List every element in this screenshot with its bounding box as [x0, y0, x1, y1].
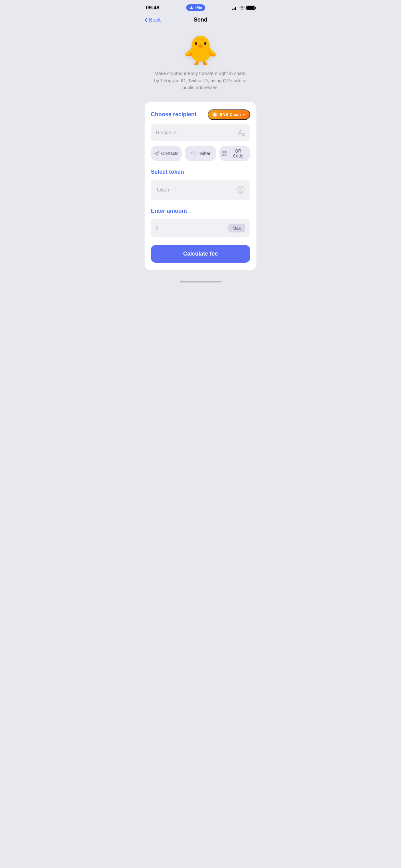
search-contact-icon [238, 129, 245, 136]
back-chevron-icon [144, 18, 148, 23]
amount-value: 0 [156, 225, 159, 231]
recipient-input-field[interactable]: Recipient [151, 124, 250, 141]
enter-amount-title: Enter amount [151, 208, 250, 214]
choose-recipient-title: Choose recipient [151, 111, 196, 118]
svg-rect-7 [226, 152, 226, 152]
recipient-placeholder: Recipient [156, 130, 177, 135]
svg-marker-0 [190, 6, 193, 9]
chain-selector-button[interactable]: BNB Chain [208, 110, 250, 120]
signal-icon [232, 6, 238, 10]
max-button[interactable]: Max [228, 224, 245, 232]
duck-description: Make cryptocurrency transfers right in c… [154, 70, 247, 91]
ime-badge-text: iMe [195, 5, 202, 10]
contacts-button[interactable]: Contacts [151, 146, 182, 161]
back-label: Back [149, 17, 161, 23]
status-time: 09:48 [146, 5, 159, 11]
qr-code-button[interactable]: QR Code [219, 146, 250, 161]
duck-section: 🐥 Make cryptocurrency transfers right in… [144, 30, 257, 101]
twitter-label: Twitter [197, 151, 210, 156]
amount-field[interactable]: 0 Max [151, 219, 250, 238]
qr-code-label: QR Code [229, 148, 247, 158]
svg-rect-13 [226, 155, 227, 156]
bnb-chain-icon [212, 112, 218, 118]
status-right [232, 6, 255, 10]
svg-rect-10 [226, 154, 226, 154]
content: 🐥 Make cryptocurrency transfers right in… [140, 27, 261, 278]
home-indicator [140, 278, 261, 284]
contacts-label: Contacts [161, 151, 178, 156]
battery-icon [246, 6, 255, 10]
ime-badge: iMe [186, 4, 205, 11]
token-coin-icon [236, 185, 245, 195]
select-token-title: Select token [151, 169, 250, 175]
svg-rect-14 [226, 154, 226, 155]
twitter-button[interactable]: Twitter [185, 146, 216, 161]
main-card: Choose recipient BNB Chain [144, 102, 257, 270]
svg-point-2 [239, 131, 242, 133]
svg-rect-9 [223, 154, 224, 155]
telegram-icon [154, 151, 159, 156]
back-button[interactable]: Back [144, 17, 161, 23]
svg-rect-11 [226, 154, 227, 154]
status-bar: 09:48 iMe [140, 0, 261, 13]
svg-rect-12 [226, 155, 226, 156]
nav-bar: Back Send [140, 13, 261, 27]
choose-recipient-header: Choose recipient BNB Chain [151, 110, 250, 120]
svg-rect-5 [223, 152, 224, 152]
twitter-icon [191, 151, 196, 156]
duck-illustration: 🐥 [183, 36, 218, 64]
calculate-fee-button[interactable]: Calculate fee [151, 245, 250, 263]
qr-code-icon [222, 151, 227, 156]
quick-buttons-row: Contacts Twitter [151, 146, 250, 161]
ime-logo-icon [189, 6, 194, 10]
token-selector[interactable]: Token [151, 180, 250, 200]
status-center: iMe [186, 4, 205, 11]
wifi-icon [239, 6, 244, 10]
page-title: Send [194, 17, 207, 23]
bnb-icon [213, 113, 217, 117]
token-placeholder: Token [156, 187, 169, 193]
home-bar [179, 281, 222, 282]
chain-badge-label: BNB Chain [220, 112, 241, 117]
chain-dropdown-icon [243, 114, 246, 116]
